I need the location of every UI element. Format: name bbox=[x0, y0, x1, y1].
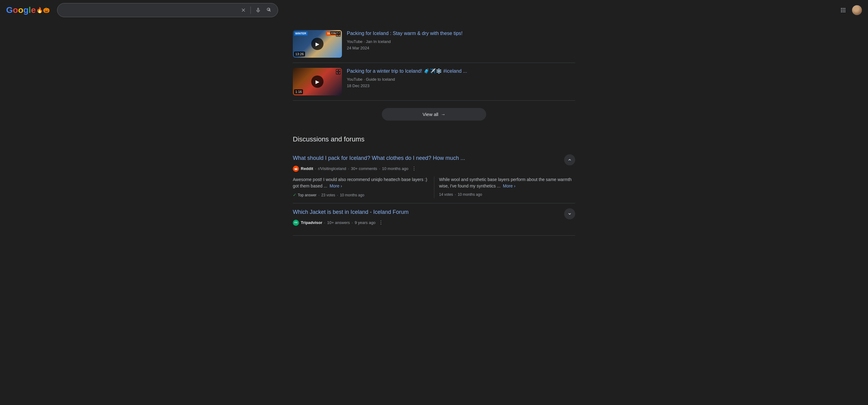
more-link-1[interactable]: More › bbox=[329, 184, 342, 188]
more-link-2[interactable]: More › bbox=[502, 184, 515, 188]
discussion-dot-ta-1: · bbox=[324, 220, 326, 225]
chevron-down-icon bbox=[567, 211, 572, 216]
view-all-button[interactable]: View all → bbox=[382, 108, 486, 121]
col1-text: Awesome post! I would also recommend uni… bbox=[293, 177, 427, 188]
discussion-source-2: Tripadvisor · 10+ answers · 9 years ago … bbox=[293, 218, 575, 227]
video-channel-1: Jan In Iceland bbox=[366, 39, 391, 44]
check-icon: ✓ bbox=[293, 192, 297, 198]
col2-votes-count: 14 votes bbox=[439, 192, 453, 197]
duration-badge-1: 13:26 bbox=[294, 52, 305, 57]
discussion-subreddit-1: r/VisitingIceland bbox=[318, 166, 346, 171]
main-content: WINTER SUMMER 2 layers ▶ 13:26 ⛶ Packing… bbox=[287, 20, 581, 241]
logo-o2: o bbox=[18, 5, 23, 15]
more-label-2: More bbox=[503, 184, 513, 188]
duration-badge-2: 1:16 bbox=[294, 89, 303, 94]
fullscreen-icon-1: ⛶ bbox=[336, 31, 341, 37]
col2-dot: · bbox=[455, 192, 456, 197]
video-title-1[interactable]: Packing for Iceland : Stay warm & dry wi… bbox=[347, 30, 575, 37]
search-bar[interactable]: best fleeces for a winter trip to icelan… bbox=[57, 3, 278, 17]
discussion-source-name-2: Tripadvisor bbox=[301, 220, 322, 225]
header: Google 🔥🎃 best fleeces for a winter trip… bbox=[0, 0, 868, 20]
video-thumbnail-1[interactable]: WINTER SUMMER 2 layers ▶ 13:26 ⛶ bbox=[293, 30, 342, 58]
google-logo[interactable]: Google 🔥🎃 bbox=[6, 5, 50, 15]
voice-search-button[interactable] bbox=[254, 6, 262, 14]
apps-button[interactable] bbox=[839, 6, 847, 14]
svg-point-5 bbox=[295, 222, 295, 223]
discussion-comments-1: 30+ comments bbox=[351, 166, 377, 171]
video-date-2: 18 Dec 2023 bbox=[347, 84, 370, 88]
tripadvisor-svg bbox=[293, 220, 298, 225]
discussion-item-2: Which Jacket is best in Iceland - Icelan… bbox=[293, 204, 575, 236]
discussion-menu-button-1[interactable]: ⋮ bbox=[410, 164, 418, 173]
video-meta-2: YouTube · Guide to Iceland 18 Dec 2023 bbox=[347, 76, 575, 89]
video-item-2: ▶ 1:16 ⛶ Packing for a winter trip to Ic… bbox=[293, 63, 575, 101]
answer-meta-1: ✓ Top answer · 23 votes · 10 months ago bbox=[293, 192, 429, 198]
discussion-col-right: While wool and synthetic base layers per… bbox=[439, 177, 576, 198]
avatar[interactable] bbox=[852, 5, 862, 15]
svg-point-6 bbox=[297, 222, 297, 223]
discussion-item-1: What should I pack for Iceland? What clo… bbox=[293, 149, 575, 204]
header-right bbox=[839, 5, 862, 15]
video-dot-1: · bbox=[364, 39, 366, 44]
reddit-icon bbox=[293, 166, 299, 172]
video-thumbnail-2[interactable]: ▶ 1:16 ⛶ bbox=[293, 68, 342, 95]
discussion-menu-button-2[interactable]: ⋮ bbox=[377, 218, 384, 227]
clear-button[interactable] bbox=[240, 7, 247, 13]
avatar-image bbox=[852, 5, 862, 15]
video-title-2[interactable]: Packing for a winter trip to Iceland! 🧳✈… bbox=[347, 68, 575, 74]
apps-icon bbox=[840, 7, 846, 13]
chevron-up-icon bbox=[567, 157, 572, 162]
logo-g2: g bbox=[23, 5, 29, 15]
discussion-title-2[interactable]: Which Jacket is best in Iceland - Icelan… bbox=[293, 208, 575, 216]
logo-g: G bbox=[6, 5, 13, 15]
col1-dot: · bbox=[337, 192, 338, 198]
discussions-section-title: Discussions and forums bbox=[293, 135, 575, 143]
discussion-dot-2: · bbox=[379, 166, 380, 171]
lens-button[interactable] bbox=[266, 6, 273, 14]
view-all-label: View all bbox=[423, 112, 438, 117]
top-answer-label: Top answer bbox=[298, 192, 316, 198]
col1-time: 10 months ago bbox=[340, 192, 364, 198]
discussion-content-1: Awesome post! I would also recommend uni… bbox=[293, 177, 575, 198]
video-source-2: YouTube bbox=[347, 77, 363, 82]
discussion-source-1: Reddit · r/VisitingIceland · 30+ comment… bbox=[293, 164, 575, 173]
col1-votes-count: 23 votes bbox=[321, 192, 335, 198]
video-item: WINTER SUMMER 2 layers ▶ 13:26 ⛶ Packing… bbox=[293, 25, 575, 63]
discussion-dot-1: · bbox=[348, 166, 349, 171]
svg-point-2 bbox=[293, 220, 298, 225]
col2-time: 10 months ago bbox=[458, 192, 482, 197]
fullscreen-icon-2: ⛶ bbox=[336, 69, 341, 74]
discussion-dot-ta-2: · bbox=[352, 220, 353, 225]
col1-votes: · bbox=[318, 192, 319, 198]
winter-badge: WINTER bbox=[294, 31, 308, 36]
logo-e: e bbox=[31, 5, 36, 15]
play-button-1[interactable]: ▶ bbox=[311, 38, 323, 50]
search-input[interactable]: best fleeces for a winter trip to icelan… bbox=[62, 7, 238, 13]
search-divider bbox=[250, 6, 251, 14]
lens-icon bbox=[266, 7, 272, 13]
video-channel-2: Guide to Iceland bbox=[366, 77, 395, 82]
answer-meta-2: 14 votes · 10 months ago bbox=[439, 192, 576, 197]
top-answer-badge: ✓ Top answer bbox=[293, 192, 316, 198]
logo-o1: o bbox=[13, 5, 18, 15]
discussion-col-left: Awesome post! I would also recommend uni… bbox=[293, 177, 434, 198]
logo-l: l bbox=[29, 5, 31, 15]
discussion-source-name-1: Reddit bbox=[301, 166, 313, 171]
video-meta-1: YouTube · Jan In Iceland 24 Mar 2024 bbox=[347, 39, 575, 52]
video-dot-2: · bbox=[364, 77, 366, 82]
discussion-title-1[interactable]: What should I pack for Iceland? What clo… bbox=[293, 154, 575, 162]
play-button-2[interactable]: ▶ bbox=[311, 75, 323, 88]
expand-button-2[interactable] bbox=[564, 208, 575, 219]
video-date-1: 24 Mar 2024 bbox=[347, 46, 369, 50]
discussion-source-sub-1: · bbox=[315, 166, 316, 171]
video-source-1: YouTube bbox=[347, 39, 363, 44]
discussion-time-1: 10 months ago bbox=[382, 166, 408, 171]
more-label-1: More bbox=[330, 184, 339, 188]
view-all-arrow: → bbox=[441, 112, 445, 117]
reddit-svg bbox=[294, 166, 298, 171]
video-info-1: Packing for Iceland : Stay warm & dry wi… bbox=[347, 30, 575, 52]
clear-icon bbox=[241, 7, 246, 13]
video-info-2: Packing for a winter trip to Iceland! 🧳✈… bbox=[347, 68, 575, 89]
collapse-button-1[interactable] bbox=[564, 154, 575, 165]
microphone-icon bbox=[255, 7, 261, 13]
